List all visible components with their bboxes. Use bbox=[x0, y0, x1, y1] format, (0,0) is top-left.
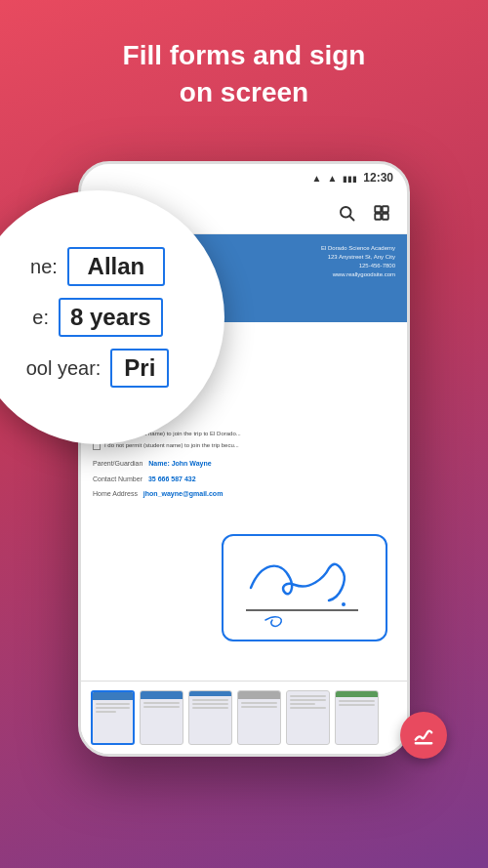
parent-label: Parent/Guardian bbox=[93, 458, 144, 469]
signature-svg bbox=[231, 544, 378, 632]
thumb-3[interactable] bbox=[188, 690, 232, 745]
svg-rect-2 bbox=[375, 206, 381, 212]
zoomed-age-row: e: 8 years bbox=[32, 298, 162, 337]
thumb-5[interactable] bbox=[286, 690, 330, 745]
svg-rect-5 bbox=[383, 213, 388, 219]
zoomed-year-label: ool year: bbox=[26, 357, 102, 380]
header-section: Fill forms and sign on screen bbox=[0, 0, 488, 131]
zoomed-name-row: ne: Allan bbox=[30, 247, 165, 286]
thumb-4[interactable] bbox=[237, 690, 281, 745]
zoomed-name-input[interactable]: Allan bbox=[67, 247, 165, 286]
search-button[interactable] bbox=[333, 199, 360, 227]
signature-box[interactable] bbox=[222, 534, 387, 641]
time-display: 12:30 bbox=[363, 171, 393, 185]
contact-value: 35 666 587 432 bbox=[148, 474, 196, 484]
zoomed-year-row: ool year: Pri bbox=[26, 349, 170, 388]
school-name-right: El Dorado Science Academy 123 Anystreet … bbox=[321, 244, 395, 279]
zoomed-name-label: ne: bbox=[30, 256, 58, 278]
thumb-1[interactable] bbox=[91, 690, 135, 745]
contact-label: Contact Number bbox=[93, 474, 144, 484]
parent-value: Name: John Wayne bbox=[148, 458, 211, 469]
guardian-section: Parent/Guardian Name: John Wayne Contact… bbox=[93, 458, 395, 499]
thumbnail-strip bbox=[81, 681, 407, 754]
parent-field-row: Parent/Guardian Name: John Wayne bbox=[93, 458, 395, 469]
svg-rect-4 bbox=[375, 213, 381, 219]
status-bar: 12:30 bbox=[81, 164, 407, 191]
svg-line-1 bbox=[349, 216, 353, 220]
thumb-6[interactable] bbox=[335, 690, 379, 745]
wifi-icon bbox=[311, 171, 321, 185]
thumb-2[interactable] bbox=[140, 690, 183, 745]
zoomed-age-input[interactable]: 8 years bbox=[59, 298, 163, 337]
menu-button[interactable] bbox=[368, 199, 395, 227]
checkbox-no-permit: I do not permit (student name) to join t… bbox=[93, 441, 395, 451]
fab-sign-button[interactable] bbox=[400, 712, 447, 759]
address-value: jhon_wayne@gmail.com bbox=[143, 488, 224, 499]
address-label: Home Address bbox=[93, 488, 140, 499]
battery-icon bbox=[343, 171, 357, 185]
sign-icon bbox=[413, 724, 434, 746]
zoomed-year-input[interactable]: Pri bbox=[110, 349, 169, 388]
signal-icon bbox=[327, 171, 337, 185]
zoomed-age-label: e: bbox=[32, 307, 49, 329]
svg-rect-3 bbox=[383, 206, 388, 212]
address-field-row: Home Address jhon_wayne@gmail.com bbox=[93, 488, 395, 499]
contact-field-row: Contact Number 35 666 587 432 bbox=[93, 474, 395, 484]
svg-point-7 bbox=[342, 602, 346, 606]
header-title: Fill forms and sign on screen bbox=[29, 37, 459, 111]
